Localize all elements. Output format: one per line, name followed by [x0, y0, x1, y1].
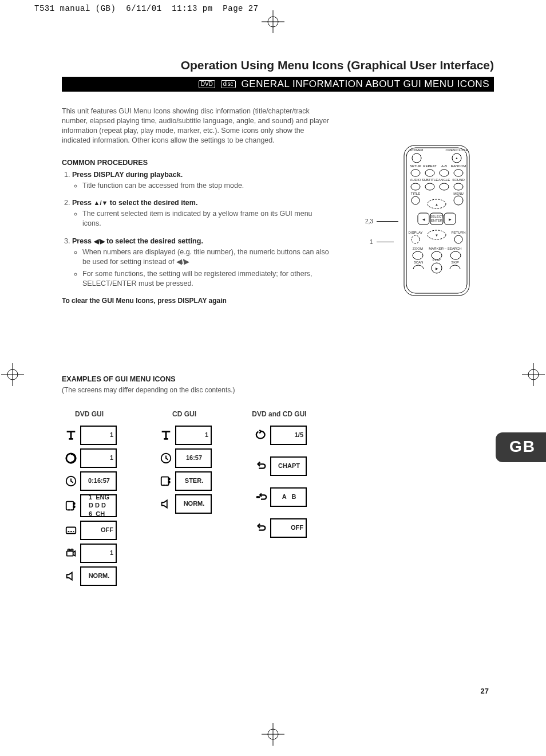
- gui-icon-row: OFF: [252, 518, 307, 538]
- gui-icon-row: STER.: [157, 471, 212, 491]
- svg-text:▲: ▲: [435, 203, 438, 206]
- page-column: Operation Using Menu Icons (Graphical Us…: [62, 57, 494, 589]
- gui-icon-value: STER.: [176, 471, 212, 491]
- svg-text:▶: ▶: [436, 267, 438, 270]
- step-3-bullet-1: When numbers are displayed (e.g. title n…: [82, 247, 331, 267]
- svg-point-52: [413, 251, 423, 259]
- title-icon: [157, 426, 176, 445]
- audio-icon: [62, 494, 81, 517]
- svg-text:RETURN: RETURN: [452, 231, 466, 234]
- procedure-list: Press DISPLAY during playback. Title fun…: [62, 170, 331, 289]
- svg-point-50: [454, 235, 462, 243]
- gui-icon-row: 1 ENG D D D 6 CH: [62, 494, 117, 517]
- examples-note: (The screens may differ depending on the…: [62, 385, 494, 395]
- gui-icon-row: OFF: [62, 521, 117, 540]
- gui-icon-row: 1: [62, 448, 117, 468]
- clock-icon: [62, 471, 81, 491]
- step-3-bullet-2: For some functions, the setting will be …: [82, 269, 331, 289]
- intro-paragraph: This unit features GUI Menu Icons showin…: [62, 107, 331, 145]
- remote-illustration: 2,3 1 .lbl{font:6px Helvetica,Arial;fill…: [388, 143, 485, 298]
- gui-icon-value: 1: [81, 544, 117, 563]
- svg-point-19: [425, 170, 434, 176]
- gui-icon-value: 16:57: [176, 448, 212, 468]
- sound-icon: [62, 566, 81, 586]
- svg-text:MENU: MENU: [453, 192, 464, 195]
- svg-point-23: [454, 170, 463, 176]
- svg-text:SKIP: SKIP: [451, 261, 459, 264]
- remote-power-label: POWER: [410, 148, 424, 152]
- registration-mark-left: [1, 363, 24, 386]
- prepress-slug: T531 manual (GB) 6/11/01 11:13 pm Page 2…: [34, 3, 259, 14]
- language-tab-gb: GB: [496, 432, 546, 462]
- clock-icon: [157, 448, 176, 468]
- registration-mark-right: [522, 363, 545, 386]
- gui-icon-row: 16:57: [157, 448, 212, 468]
- gui-icon-value: OFF: [81, 521, 117, 540]
- page-title: Operation Using Menu Icons (Graphical Us…: [62, 57, 494, 73]
- step-1-lead: Press DISPLAY during playback.: [72, 171, 183, 179]
- svg-text:SELECT: SELECT: [430, 215, 444, 218]
- registration-mark-bottom: [262, 723, 284, 746]
- svg-text:TITLE: TITLE: [411, 192, 420, 195]
- gui-icon-value: 1/5: [271, 426, 307, 445]
- svg-text:▲: ▲: [455, 156, 458, 160]
- svg-text:PLAY: PLAY: [433, 258, 441, 262]
- svg-point-27: [425, 183, 434, 190]
- svg-point-48: [412, 235, 420, 243]
- svg-point-5: [268, 729, 278, 739]
- repeat-ab-icon: [252, 487, 271, 507]
- gui-icon-value: OFF: [271, 518, 307, 538]
- svg-text:SOUND: SOUND: [452, 178, 465, 182]
- gui-icon-value: 1 ENG D D D 6 CH: [81, 494, 117, 517]
- dvd-gui-title: DVD GUI: [75, 410, 104, 419]
- cd-gui-title: CD GUI: [172, 410, 196, 419]
- callout-2-3: 2,3: [365, 218, 373, 226]
- registration-mark-top: [262, 10, 284, 33]
- step-3: Press ◀/▶ to select the desired setting.…: [72, 237, 331, 288]
- svg-text:▼: ▼: [435, 234, 438, 237]
- examples-columns: DVD GUI 110:16:571 ENG D D D 6 CHOFF1NOR…: [62, 410, 494, 589]
- gui-icon-row: A B: [252, 487, 307, 507]
- gui-icon-value: 1: [176, 426, 212, 445]
- svg-point-55: [450, 251, 461, 259]
- gui-icon-value: A B: [271, 487, 307, 507]
- svg-text:DISPLAY: DISPLAY: [409, 231, 423, 234]
- remote-openclose-label: OPEN/CLOSE: [445, 148, 468, 152]
- svg-point-11: [528, 369, 539, 380]
- svg-text:SUBTITLE: SUBTITLE: [422, 178, 438, 182]
- svg-point-8: [7, 369, 18, 380]
- both-gui-title: DVD and CD GUI: [252, 410, 306, 419]
- svg-point-31: [454, 183, 463, 190]
- examples-section: EXAMPLES OF GUI MENU ICONS (The screens …: [62, 375, 494, 589]
- step-2-bullet-1: The current selected item is indicated b…: [82, 209, 331, 229]
- title-icon: [62, 426, 81, 445]
- svg-text:ZOOM: ZOOM: [413, 247, 423, 250]
- gui-icon-value: 1: [81, 426, 117, 445]
- svg-point-17: [411, 170, 420, 176]
- gui-icon-row: NORM.: [157, 494, 212, 514]
- gui-icon-row: 1/5: [252, 426, 307, 445]
- sound-icon: [157, 494, 176, 514]
- svg-text:REPEAT: REPEAT: [423, 164, 437, 168]
- cd-gui-column: CD GUI 116:57STER.NORM.: [157, 410, 212, 517]
- dvd-badge-icon: DVD: [199, 80, 215, 88]
- svg-text:SCAN: SCAN: [414, 261, 424, 264]
- svg-point-2: [268, 17, 278, 27]
- gui-icon-row: 1: [157, 426, 212, 445]
- up-down-arrows-icon: ▲/▼: [94, 199, 108, 206]
- svg-text:ENTER: ENTER: [431, 219, 443, 222]
- both-gui-column: DVD and CD GUI 1/5CHAPTA BOFF: [252, 410, 307, 549]
- clear-instruction: To clear the GUI Menu Icons, press DISPL…: [62, 296, 331, 305]
- step-3-lead: Press ◀/▶ to select the desired setting.: [72, 237, 203, 245]
- callout-1: 1: [370, 238, 373, 246]
- repeat-icon: [252, 518, 271, 538]
- page-number: 27: [481, 686, 489, 696]
- svg-point-25: [411, 183, 420, 190]
- step-1: Press DISPLAY during playback. Title fun…: [72, 170, 331, 191]
- svg-point-14: [412, 153, 421, 163]
- svg-text:SETUP: SETUP: [410, 164, 421, 168]
- remote-svg: .lbl{font:6px Helvetica,Arial;fill:#222;…: [388, 143, 485, 298]
- svg-text:A-B: A-B: [441, 164, 447, 168]
- svg-point-35: [454, 196, 463, 205]
- angle-icon: [62, 544, 81, 563]
